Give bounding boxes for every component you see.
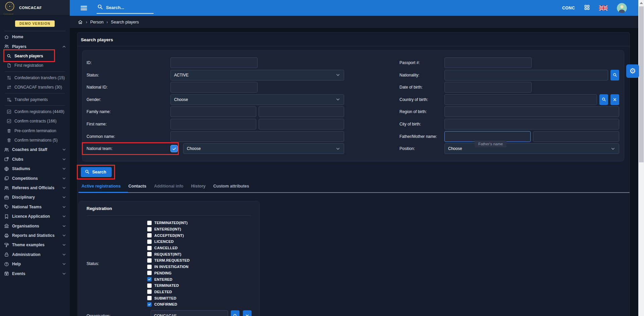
father-mother-name-input-2[interactable] [533,131,619,142]
status-option-entered[interactable]: ENTERED [147,276,252,282]
gender-select[interactable]: Choose [170,94,344,105]
national-team-checkbox[interactable] [170,145,178,152]
unchecked-checkbox[interactable] [147,221,152,225]
unchecked-checkbox[interactable] [147,296,152,300]
status-option-in-investigation[interactable]: IN INVESTIGATION [147,264,252,270]
unchecked-checkbox[interactable] [147,240,152,244]
tab-contacts[interactable]: Contacts [128,184,146,189]
organisation-clear-button[interactable] [243,310,252,316]
tab-additional-info[interactable]: Additional info [154,184,183,189]
status-option-cancelled[interactable]: CANCELLED [147,245,252,251]
unchecked-checkbox[interactable] [147,265,152,269]
user-avatar[interactable] [617,3,627,13]
unchecked-checkbox[interactable] [147,258,152,263]
status-option-licenced[interactable]: LICENCED [147,239,252,245]
organisation-input[interactable] [151,310,228,316]
sidebar-item-events[interactable]: Events [0,269,70,278]
sidebar-item-referees-and-officials[interactable]: Referees and Officials [0,183,70,193]
status-option-terminated-int[interactable]: TERMINATED(INT) [147,220,252,226]
home-icon[interactable] [78,19,83,24]
search-button[interactable]: Search [81,167,112,177]
breadcrumb-person[interactable]: Person [90,20,104,24]
tab-history[interactable]: History [191,184,206,189]
organisation-search-button[interactable] [231,310,239,316]
passport-input[interactable] [444,57,532,68]
sidebar-item-organisations[interactable]: Organisations [0,221,70,230]
first-name-input-2[interactable] [259,119,344,129]
city-of-birth-input[interactable] [444,119,619,129]
unchecked-checkbox[interactable] [147,252,152,256]
sidebar-item-help[interactable]: Help [0,259,70,269]
sidebar-item-home[interactable]: Home [0,32,70,42]
breadcrumb-search-players[interactable]: Search players [111,20,139,24]
tab-active-registrations[interactable]: Active registrations [82,184,121,189]
sidebar-item-concacaf-transfers-30[interactable]: CONCACAF transfers (30) [0,83,70,92]
id-input[interactable] [170,57,258,68]
date-of-birth-input[interactable] [444,82,532,93]
status-option-entered-int[interactable]: ENTERED(INT) [147,226,252,232]
sidebar-item-search-players[interactable]: Search players [0,51,70,61]
checked-checkbox[interactable] [147,277,152,281]
status-option-request-int[interactable]: REQUEST(INT) [147,251,252,257]
search-input[interactable] [106,5,148,10]
family-name-input-2[interactable] [259,106,344,117]
country-of-birth-input[interactable] [444,94,597,105]
settings-fab[interactable]: ⚙ [626,64,639,78]
uk-flag-icon[interactable] [599,5,608,11]
org-code-button[interactable]: CONC [562,6,575,10]
unchecked-checkbox[interactable] [147,233,152,238]
national-team-select[interactable]: Choose [183,143,344,154]
sidebar-item-disciplinary[interactable]: Disciplinary [0,193,70,202]
national-id-input[interactable] [170,82,258,93]
status-select[interactable]: ACTIVE [170,70,344,81]
apps-grid-icon[interactable] [584,4,590,12]
sidebar-item-transfer-payments[interactable]: Transfer payments [0,95,70,104]
status-option-term-requested[interactable]: TERM.REQUESTED [147,257,252,264]
country-of-birth-clear-button[interactable] [610,94,619,105]
status-option-submitted[interactable]: SUBMITTED [147,295,252,301]
sidebar-item-national-teams[interactable]: National Teams [0,202,70,212]
unchecked-checkbox[interactable] [147,246,152,250]
country-of-birth-search-button[interactable] [599,94,608,105]
sidebar-item-coaches-and-staff[interactable]: Coaches and Staff [0,145,70,154]
page-scrollbar[interactable] [638,0,644,316]
sidebar-item-clubs[interactable]: Clubs [0,155,70,164]
first-name-input-1[interactable] [170,119,256,129]
sidebar-item-confirm-registrations-4449[interactable]: Confirm registrations (4449) [0,107,70,116]
sidebar-item-pre-confirm-termination[interactable]: Pre-confirm termination [0,126,70,136]
status-option-pending[interactable]: PENDING [147,270,252,276]
unchecked-checkbox[interactable] [147,283,152,288]
sidebar-item-competitions[interactable]: Competitions [0,173,70,183]
status-option-deleted[interactable]: DELETED [147,289,252,295]
hamburger-menu-icon[interactable] [79,4,88,12]
common-name-input[interactable] [170,131,344,142]
nationality-input[interactable] [444,70,608,81]
nationality-search-button[interactable] [610,70,619,81]
chevron-down-icon [62,205,66,209]
sidebar-item-first-registration[interactable]: First registration [0,61,70,70]
father-mother-name-input-1[interactable] [444,131,531,142]
family-name-input-1[interactable] [170,106,256,117]
sidebar-item-administration[interactable]: Administration [0,250,70,259]
status-option-terminated[interactable]: TERMINATED [147,282,252,289]
region-of-birth-input[interactable] [444,106,619,117]
sidebar-item-stadiums[interactable]: Stadiums [0,164,70,173]
sidebar-item-theme-examples[interactable]: Theme examples [0,240,70,250]
position-select[interactable]: Choose [444,143,619,154]
sidebar-item-players[interactable]: Players [0,42,70,51]
scrollbar-up-arrow-icon[interactable] [640,2,643,4]
unchecked-checkbox[interactable] [147,271,152,275]
sidebar-item-licence-application[interactable]: Licence Application [0,212,70,221]
checked-checkbox[interactable] [147,302,152,307]
unchecked-checkbox[interactable] [147,227,152,231]
status-option-accepted-int[interactable]: ACCEPTED(INT) [147,232,252,239]
status-option-confirmed[interactable]: CONFIRMED [147,301,252,308]
tab-custom-attributes[interactable]: Custom attributes [213,184,249,189]
sidebar-item-confirm-terminations-5[interactable]: Confirm terminations (5) [0,136,70,145]
sidebar-item-confirm-contracts-166[interactable]: Confirm contracts (166) [0,116,70,126]
sidebar-item-confederation-transfers-15[interactable]: Confederation transfers (15) [0,73,70,83]
sidebar-item-reports-and-statistics[interactable]: Reports and Statistics [0,231,70,240]
file-icon [7,63,11,68]
unchecked-checkbox[interactable] [147,289,152,294]
scrollbar-thumb[interactable] [639,6,644,162]
